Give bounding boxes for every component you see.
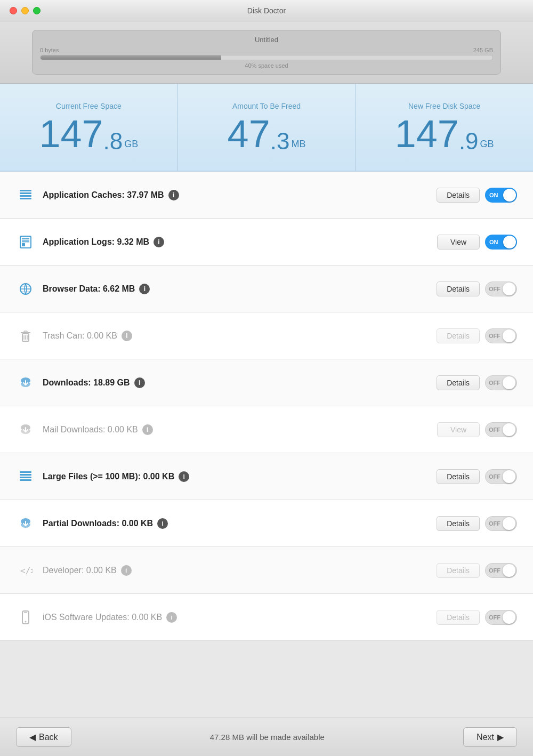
app-logs-toggle-label: ON bbox=[489, 239, 498, 245]
svg-rect-0 bbox=[20, 190, 31, 191]
app-logs-label: Application Logs: 9.32 MB bbox=[43, 237, 149, 247]
stat-current-free-decimal: .8 bbox=[103, 130, 123, 153]
app-caches-toggle[interactable]: ON bbox=[485, 188, 517, 203]
browser-data-toggle[interactable]: OFF bbox=[485, 282, 517, 296]
ios-updates-actions: Details OFF bbox=[437, 610, 517, 625]
ios-updates-action-button: Details bbox=[437, 610, 480, 625]
developer-action-button: Details bbox=[437, 563, 480, 578]
large-files-action-button[interactable]: Details bbox=[437, 469, 480, 484]
large-files-toggle-label: OFF bbox=[489, 473, 500, 480]
browser-data-label: Browser Data: 6.62 MB bbox=[43, 284, 135, 294]
disk-name: Untitled bbox=[40, 36, 493, 44]
app-caches-icon bbox=[16, 186, 35, 205]
mail-downloads-toggle[interactable]: OFF bbox=[485, 422, 517, 437]
back-button[interactable]: ◀ Back bbox=[16, 727, 71, 747]
svg-rect-18 bbox=[20, 471, 31, 473]
partial-downloads-action-button[interactable]: Details bbox=[437, 516, 480, 531]
window-title: Disk Doctor bbox=[247, 6, 286, 15]
browser-data-icon bbox=[16, 279, 35, 299]
app-caches-toggle-knob bbox=[503, 189, 516, 202]
downloads-icon bbox=[16, 373, 35, 392]
stat-current-free-value: 147 .8 GB bbox=[39, 115, 138, 153]
mail-downloads-label: Mail Downloads: 0.00 KB bbox=[43, 425, 138, 435]
back-chevron-icon: ◀ bbox=[29, 732, 36, 742]
trash-can-actions: Details OFF bbox=[437, 328, 517, 343]
stat-current-free-label: Current Free Space bbox=[56, 102, 122, 110]
browser-data-action-button[interactable]: Details bbox=[437, 282, 480, 296]
stat-amount-freed-label: Amount To Be Freed bbox=[232, 102, 301, 110]
next-button[interactable]: Next ▶ bbox=[463, 727, 517, 747]
close-button[interactable] bbox=[10, 7, 17, 14]
large-files-icon bbox=[16, 467, 35, 486]
svg-rect-5 bbox=[22, 243, 25, 246]
ios-updates-toggle[interactable]: OFF bbox=[485, 610, 517, 625]
partial-downloads-toggle-label: OFF bbox=[489, 520, 500, 527]
partial-downloads-info-icon[interactable]: i bbox=[157, 518, 168, 529]
partial-downloads-label: Partial Downloads: 0.00 KB bbox=[43, 519, 153, 528]
stat-new-free: New Free Disk Space 147 .9 GB bbox=[356, 84, 533, 171]
list-item-mail-downloads: Mail Downloads: 0.00 KB i View OFF bbox=[0, 406, 533, 453]
app-caches-text-area: Application Caches: 37.97 MB i bbox=[43, 190, 437, 200]
trash-can-toggle-knob bbox=[503, 329, 515, 342]
large-files-text-area: Large Files (>= 100 MB): 0.00 KB i bbox=[43, 471, 437, 482]
trash-can-toggle[interactable]: OFF bbox=[485, 328, 517, 343]
downloads-action-button[interactable]: Details bbox=[437, 375, 480, 390]
minimize-button[interactable] bbox=[21, 7, 29, 14]
stats-panel: Current Free Space 147 .8 GB Amount To B… bbox=[0, 84, 533, 172]
developer-info-icon[interactable]: i bbox=[121, 565, 132, 576]
disk-right-label: 245 GB bbox=[473, 47, 493, 53]
trash-can-toggle-label: OFF bbox=[489, 333, 500, 339]
app-logs-text-area: Application Logs: 9.32 MB i bbox=[43, 237, 437, 247]
downloads-info-icon[interactable]: i bbox=[134, 377, 145, 388]
app-caches-action-button[interactable]: Details bbox=[437, 188, 480, 203]
mail-downloads-info-icon[interactable]: i bbox=[142, 424, 153, 435]
svg-rect-19 bbox=[20, 474, 31, 476]
app-caches-toggle-label: ON bbox=[489, 192, 498, 198]
large-files-toggle[interactable]: OFF bbox=[485, 469, 517, 484]
developer-icon: </> bbox=[16, 561, 35, 580]
stat-amount-freed: Amount To Be Freed 47 .3 MB bbox=[178, 84, 356, 171]
list-item-developer: </> Developer: 0.00 KB i Details OFF bbox=[0, 547, 533, 594]
maximize-button[interactable] bbox=[33, 7, 41, 14]
svg-point-25 bbox=[25, 621, 27, 622]
developer-toggle-knob bbox=[503, 564, 515, 577]
developer-toggle-label: OFF bbox=[489, 567, 500, 574]
app-logs-toggle[interactable]: ON bbox=[485, 235, 517, 250]
mail-downloads-text-area: Mail Downloads: 0.00 KB i bbox=[43, 424, 437, 435]
stat-new-free-value: 147 .9 GB bbox=[395, 115, 494, 153]
ios-updates-info-icon[interactable]: i bbox=[166, 612, 177, 623]
developer-text-area: Developer: 0.00 KB i bbox=[43, 565, 437, 576]
list-item-app-caches: Application Caches: 37.97 MB i Details O… bbox=[0, 172, 533, 219]
large-files-actions: Details OFF bbox=[437, 469, 517, 484]
svg-rect-2 bbox=[20, 195, 31, 197]
developer-toggle[interactable]: OFF bbox=[485, 563, 517, 578]
downloads-toggle[interactable]: OFF bbox=[485, 375, 517, 390]
disk-bar-area: Untitled 0 bytes 245 GB 40% space used bbox=[0, 21, 533, 84]
app-caches-label: Application Caches: 37.97 MB bbox=[43, 190, 164, 200]
stat-new-free-label: New Free Disk Space bbox=[408, 102, 480, 110]
browser-data-text-area: Browser Data: 6.62 MB i bbox=[43, 284, 437, 294]
browser-data-actions: Details OFF bbox=[437, 282, 517, 296]
stat-amount-freed-decimal: .3 bbox=[270, 130, 290, 153]
downloads-text-area: Downloads: 18.89 GB i bbox=[43, 377, 437, 388]
disk-bar-labels: 0 bytes 245 GB bbox=[40, 47, 493, 53]
developer-actions: Details OFF bbox=[437, 563, 517, 578]
mail-downloads-icon bbox=[16, 420, 35, 439]
disk-percent-text: 40% space used bbox=[40, 62, 493, 69]
trash-can-info-icon[interactable]: i bbox=[122, 331, 132, 341]
partial-downloads-toggle[interactable]: OFF bbox=[485, 516, 517, 531]
svg-rect-21 bbox=[20, 479, 31, 481]
stat-current-free: Current Free Space 147 .8 GB bbox=[0, 84, 178, 171]
browser-data-info-icon[interactable]: i bbox=[139, 284, 150, 294]
next-label: Next bbox=[477, 733, 494, 742]
downloads-toggle-label: OFF bbox=[489, 380, 500, 386]
app-logs-info-icon[interactable]: i bbox=[154, 237, 164, 247]
svg-rect-12 bbox=[24, 331, 27, 333]
app-logs-action-button[interactable]: View bbox=[437, 235, 480, 250]
stat-new-free-decimal: .9 bbox=[459, 130, 479, 153]
partial-downloads-text-area: Partial Downloads: 0.00 KB i bbox=[43, 518, 437, 529]
large-files-info-icon[interactable]: i bbox=[179, 471, 189, 482]
disk-progress-track bbox=[40, 55, 493, 60]
app-caches-info-icon[interactable]: i bbox=[168, 190, 179, 200]
stat-amount-freed-whole: 47 bbox=[228, 115, 270, 153]
